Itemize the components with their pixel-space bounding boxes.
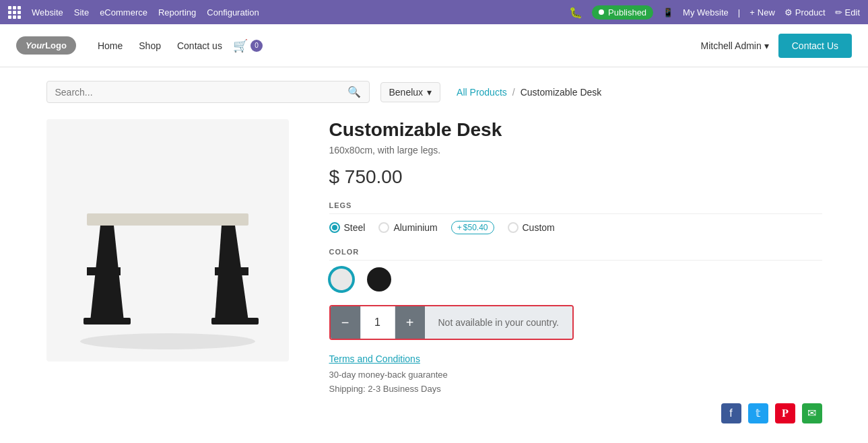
aluminium-price-tag: + $50.40: [451, 221, 494, 234]
terms-link[interactable]: Terms and Conditions: [329, 353, 822, 364]
nav-home[interactable]: Home: [98, 40, 123, 51]
search-input[interactable]: [55, 87, 347, 98]
social-share-row: f 𝕥 𝐏 ✉: [329, 403, 822, 423]
color-options-row: [329, 267, 822, 292]
cart-badge: 0: [251, 40, 263, 52]
svg-rect-4: [87, 267, 121, 275]
legs-option-section: LEGS Steel Aluminium: [329, 201, 822, 234]
contact-us-button[interactable]: Contact Us: [778, 34, 852, 58]
logo-logo: Logo: [45, 40, 67, 50]
apps-icon[interactable]: [8, 6, 21, 19]
website-nav: Your Logo Home Shop Contact us 🛒 0 Mitch…: [0, 24, 868, 67]
logo[interactable]: Your Logo: [16, 36, 76, 55]
admin-bar: Website Site eCommerce Reporting Configu…: [0, 0, 868, 24]
plus-icon: +: [749, 7, 755, 18]
breadcrumb: All Products / Customizable Desk: [457, 87, 601, 98]
legs-aluminium-label: Aluminium: [393, 222, 437, 233]
cart-symbol: 🛒: [233, 38, 248, 53]
admin-nav-reporting[interactable]: Reporting: [158, 7, 196, 18]
gear-icon: ⚙: [784, 7, 793, 18]
desk-illustration: [46, 119, 289, 362]
search-container: 🔍: [46, 81, 370, 103]
color-circle-white: [329, 267, 354, 292]
bug-icon[interactable]: 🐛: [569, 6, 582, 19]
breadcrumb-all-products[interactable]: All Products: [457, 87, 507, 98]
quantity-section: − 1 + Not available in your country.: [329, 305, 574, 340]
nav-shop[interactable]: Shop: [139, 40, 161, 51]
benelux-label: Benelux: [389, 87, 424, 98]
legs-option-custom[interactable]: Custom: [508, 222, 555, 233]
svg-rect-3: [215, 267, 248, 275]
my-website-dropdown[interactable]: My Website: [683, 7, 729, 18]
terms-section: Terms and Conditions 30-day money-back g…: [329, 353, 822, 423]
quantity-decrease-button[interactable]: −: [331, 306, 360, 339]
radio-custom: [508, 222, 519, 233]
terms-line1: 30-day money-back guarantee: [329, 368, 822, 382]
product-price: $ 750.00: [329, 166, 822, 188]
benelux-filter-dropdown[interactable]: Benelux ▾: [380, 82, 441, 102]
color-option-white[interactable]: [329, 267, 354, 292]
admin-nav-configuration[interactable]: Configuration: [207, 7, 259, 18]
email-share-icon[interactable]: ✉: [802, 403, 822, 423]
svg-rect-5: [84, 318, 131, 325]
quantity-increase-button[interactable]: +: [395, 306, 425, 339]
svg-point-7: [80, 333, 255, 349]
edit-button[interactable]: ✏ Edit: [835, 7, 860, 18]
admin-name: Mitchell Admin: [700, 40, 761, 51]
search-icon[interactable]: 🔍: [347, 86, 361, 98]
admin-nav-ecommerce[interactable]: eCommerce: [100, 7, 147, 18]
twitter-share-icon[interactable]: 𝕥: [748, 403, 768, 423]
legs-options-row: Steel Aluminium + $50.40 Cu: [329, 221, 822, 234]
breadcrumb-separator: /: [512, 87, 515, 98]
admin-nav-website[interactable]: Website: [32, 7, 63, 18]
product-section: Customizable Desk 160x80cm, with large l…: [46, 119, 822, 423]
pencil-icon: ✏: [835, 7, 842, 18]
color-label: COLOR: [329, 248, 822, 261]
legs-option-aluminium[interactable]: Aluminium: [378, 222, 437, 233]
legs-custom-label: Custom: [523, 222, 555, 233]
terms-text: 30-day money-back guarantee Shipping: 2-…: [329, 368, 822, 397]
plus-icon: +: [457, 223, 462, 232]
product-image: [46, 119, 289, 362]
main-nav: Home Shop Contact us: [98, 40, 222, 51]
svg-rect-6: [211, 318, 259, 325]
product-button[interactable]: ⚙ Product: [784, 7, 826, 18]
nav-right: Mitchell Admin ▾ Contact Us: [700, 34, 852, 58]
product-details: Customizable Desk 160x80cm, with large l…: [329, 119, 822, 423]
quantity-display: 1: [360, 306, 395, 339]
logo-area[interactable]: Your Logo: [16, 36, 76, 55]
legs-steel-label: Steel: [344, 222, 366, 233]
color-option-black[interactable]: [367, 267, 391, 292]
facebook-share-icon[interactable]: f: [721, 403, 741, 423]
breadcrumb-current: Customizable Desk: [521, 87, 602, 98]
pinterest-share-icon[interactable]: 𝐏: [775, 403, 795, 423]
radio-aluminium: [378, 222, 389, 233]
nav-contact[interactable]: Contact us: [177, 40, 222, 51]
product-subtitle: 160x80cm, with large legs.: [329, 145, 822, 156]
top-row: 🔍 Benelux ▾ All Products / Customizable …: [46, 81, 822, 103]
aluminium-price: $50.40: [463, 223, 488, 232]
radio-steel: [329, 222, 340, 233]
logo-your: Your: [26, 40, 45, 50]
mitchell-admin-dropdown[interactable]: Mitchell Admin ▾: [700, 40, 768, 51]
chevron-down-icon: ▾: [764, 40, 769, 51]
published-dot-icon: [599, 9, 604, 15]
published-badge[interactable]: Published: [592, 5, 653, 20]
radio-inner-steel: [332, 225, 337, 230]
unavailable-button: Not available in your country.: [425, 306, 573, 339]
color-circle-black: [367, 267, 391, 292]
main-content: 🔍 Benelux ▾ All Products / Customizable …: [30, 67, 838, 437]
svg-rect-0: [87, 213, 248, 226]
mobile-icon[interactable]: 📱: [663, 7, 673, 18]
product-title: Customizable Desk: [329, 119, 822, 141]
chevron-down-icon: ▾: [427, 87, 432, 98]
admin-nav-site[interactable]: Site: [74, 7, 89, 18]
color-option-section: COLOR: [329, 248, 822, 292]
new-button[interactable]: + New: [749, 7, 775, 18]
legs-label: LEGS: [329, 201, 822, 214]
terms-line2: Shipping: 2-3 Business Days: [329, 382, 822, 397]
published-label: Published: [608, 7, 646, 18]
cart-icon[interactable]: 🛒 0: [233, 38, 263, 53]
legs-option-steel[interactable]: Steel: [329, 222, 366, 233]
